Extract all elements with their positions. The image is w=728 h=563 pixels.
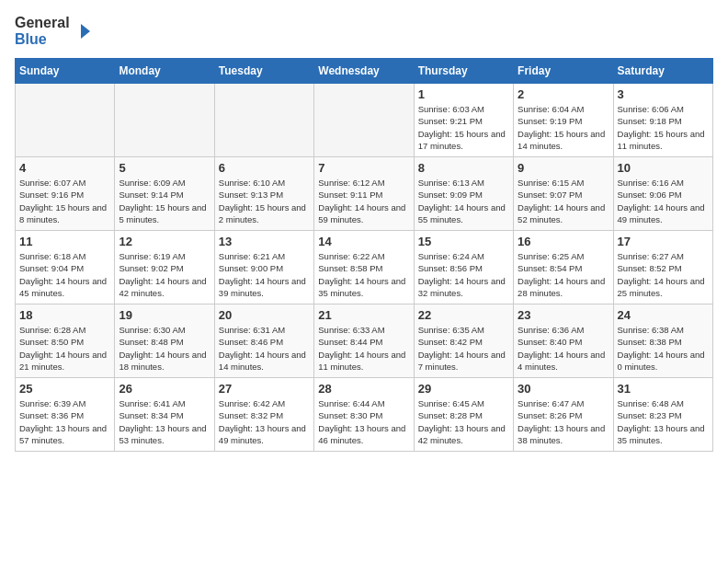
logo-blue: Blue xyxy=(15,31,47,47)
day-number: 28 xyxy=(318,382,409,396)
calendar-cell: 29Sunrise: 6:45 AMSunset: 8:28 PMDayligh… xyxy=(414,378,513,452)
day-number: 24 xyxy=(618,308,709,322)
weekday-header-monday: Monday xyxy=(115,59,214,84)
day-info: Sunrise: 6:21 AMSunset: 9:00 PMDaylight:… xyxy=(219,250,310,299)
day-number: 3 xyxy=(618,87,709,101)
calendar-cell: 16Sunrise: 6:25 AMSunset: 8:54 PMDayligh… xyxy=(514,231,613,304)
day-number: 19 xyxy=(119,308,210,322)
calendar-week-2: 4Sunrise: 6:07 AMSunset: 9:16 PMDaylight… xyxy=(16,157,713,231)
calendar-cell: 17Sunrise: 6:27 AMSunset: 8:52 PMDayligh… xyxy=(613,231,712,304)
calendar-cell: 31Sunrise: 6:48 AMSunset: 8:23 PMDayligh… xyxy=(613,378,712,452)
calendar-cell: 24Sunrise: 6:38 AMSunset: 8:38 PMDayligh… xyxy=(613,304,712,378)
day-info: Sunrise: 6:27 AMSunset: 8:52 PMDaylight:… xyxy=(618,250,709,299)
day-number: 12 xyxy=(119,235,210,248)
day-info: Sunrise: 6:35 AMSunset: 8:42 PMDaylight:… xyxy=(418,324,509,373)
calendar-cell xyxy=(214,84,313,157)
day-info: Sunrise: 6:22 AMSunset: 8:58 PMDaylight:… xyxy=(318,250,409,299)
calendar-cell: 19Sunrise: 6:30 AMSunset: 8:48 PMDayligh… xyxy=(115,304,214,378)
day-info: Sunrise: 6:24 AMSunset: 8:56 PMDaylight:… xyxy=(418,250,509,299)
calendar-cell: 7Sunrise: 6:12 AMSunset: 9:11 PMDaylight… xyxy=(314,157,414,231)
day-info: Sunrise: 6:28 AMSunset: 8:50 PMDaylight:… xyxy=(19,324,110,373)
day-info: Sunrise: 6:15 AMSunset: 9:07 PMDaylight:… xyxy=(518,177,609,225)
calendar-cell: 1Sunrise: 6:03 AMSunset: 9:21 PMDaylight… xyxy=(414,84,513,157)
calendar-cell: 11Sunrise: 6:18 AMSunset: 9:04 PMDayligh… xyxy=(16,231,115,304)
day-number: 17 xyxy=(618,235,709,248)
calendar-cell: 14Sunrise: 6:22 AMSunset: 8:58 PMDayligh… xyxy=(314,231,414,304)
day-number: 7 xyxy=(318,161,409,175)
calendar-cell: 3Sunrise: 6:06 AMSunset: 9:18 PMDaylight… xyxy=(613,84,712,157)
weekday-header-thursday: Thursday xyxy=(414,59,513,84)
calendar-cell: 25Sunrise: 6:39 AMSunset: 8:36 PMDayligh… xyxy=(16,378,115,452)
day-info: Sunrise: 6:19 AMSunset: 9:02 PMDaylight:… xyxy=(119,250,210,299)
calendar-cell: 30Sunrise: 6:47 AMSunset: 8:26 PMDayligh… xyxy=(514,378,613,452)
calendar-cell: 10Sunrise: 6:16 AMSunset: 9:06 PMDayligh… xyxy=(613,157,712,231)
calendar-cell: 20Sunrise: 6:31 AMSunset: 8:46 PMDayligh… xyxy=(214,304,313,378)
calendar-cell: 2Sunrise: 6:04 AMSunset: 9:19 PMDaylight… xyxy=(514,84,613,157)
day-number: 9 xyxy=(518,161,609,175)
calendar-cell: 22Sunrise: 6:35 AMSunset: 8:42 PMDayligh… xyxy=(414,304,513,378)
calendar-cell: 28Sunrise: 6:44 AMSunset: 8:30 PMDayligh… xyxy=(314,378,414,452)
calendar-table: SundayMondayTuesdayWednesdayThursdayFrid… xyxy=(15,58,713,452)
calendar-cell: 4Sunrise: 6:07 AMSunset: 9:16 PMDaylight… xyxy=(16,157,115,231)
day-number: 22 xyxy=(418,308,509,322)
day-info: Sunrise: 6:04 AMSunset: 9:19 PMDaylight:… xyxy=(518,103,609,152)
day-number: 16 xyxy=(518,235,609,248)
weekday-header-friday: Friday xyxy=(514,59,613,84)
day-number: 8 xyxy=(418,161,509,175)
weekday-header-sunday: Sunday xyxy=(16,59,115,84)
day-number: 27 xyxy=(219,382,310,396)
day-info: Sunrise: 6:47 AMSunset: 8:26 PMDaylight:… xyxy=(518,397,609,446)
calendar-cell: 8Sunrise: 6:13 AMSunset: 9:09 PMDaylight… xyxy=(414,157,513,231)
day-info: Sunrise: 6:12 AMSunset: 9:11 PMDaylight:… xyxy=(318,177,409,225)
day-number: 2 xyxy=(518,87,609,101)
day-info: Sunrise: 6:07 AMSunset: 9:16 PMDaylight:… xyxy=(19,177,110,225)
day-info: Sunrise: 6:31 AMSunset: 8:46 PMDaylight:… xyxy=(219,324,310,373)
calendar-cell: 6Sunrise: 6:10 AMSunset: 9:13 PMDaylight… xyxy=(214,157,313,231)
calendar-cell: 21Sunrise: 6:33 AMSunset: 8:44 PMDayligh… xyxy=(314,304,414,378)
day-number: 29 xyxy=(418,382,509,396)
day-info: Sunrise: 6:10 AMSunset: 9:13 PMDaylight:… xyxy=(219,177,310,225)
day-number: 14 xyxy=(318,235,409,248)
day-info: Sunrise: 6:18 AMSunset: 9:04 PMDaylight:… xyxy=(19,250,110,299)
day-number: 10 xyxy=(618,161,709,175)
page-header: General Blue xyxy=(15,15,713,47)
day-info: Sunrise: 6:36 AMSunset: 8:40 PMDaylight:… xyxy=(518,324,609,373)
calendar-week-1: 1Sunrise: 6:03 AMSunset: 9:21 PMDaylight… xyxy=(16,84,713,157)
calendar-cell: 23Sunrise: 6:36 AMSunset: 8:40 PMDayligh… xyxy=(514,304,613,378)
weekday-header-saturday: Saturday xyxy=(613,59,712,84)
day-number: 20 xyxy=(219,308,310,322)
day-number: 6 xyxy=(219,161,310,175)
day-info: Sunrise: 6:13 AMSunset: 9:09 PMDaylight:… xyxy=(418,177,509,225)
day-number: 5 xyxy=(119,161,210,175)
day-info: Sunrise: 6:41 AMSunset: 8:34 PMDaylight:… xyxy=(119,397,210,446)
weekday-header-row: SundayMondayTuesdayWednesdayThursdayFrid… xyxy=(16,59,713,84)
day-number: 11 xyxy=(19,235,110,248)
day-number: 13 xyxy=(219,235,310,248)
calendar-cell: 26Sunrise: 6:41 AMSunset: 8:34 PMDayligh… xyxy=(115,378,214,452)
logo-text: General Blue xyxy=(15,15,70,47)
calendar-cell xyxy=(115,84,214,157)
day-info: Sunrise: 6:16 AMSunset: 9:06 PMDaylight:… xyxy=(618,177,709,225)
day-info: Sunrise: 6:06 AMSunset: 9:18 PMDaylight:… xyxy=(618,103,709,152)
calendar-cell: 27Sunrise: 6:42 AMSunset: 8:32 PMDayligh… xyxy=(214,378,313,452)
logo-general: General xyxy=(15,15,70,30)
logo-arrow-icon xyxy=(74,22,92,40)
calendar-cell: 9Sunrise: 6:15 AMSunset: 9:07 PMDaylight… xyxy=(514,157,613,231)
calendar-cell: 5Sunrise: 6:09 AMSunset: 9:14 PMDaylight… xyxy=(115,157,214,231)
day-info: Sunrise: 6:03 AMSunset: 9:21 PMDaylight:… xyxy=(418,103,509,152)
calendar-cell: 18Sunrise: 6:28 AMSunset: 8:50 PMDayligh… xyxy=(16,304,115,378)
day-number: 25 xyxy=(19,382,110,396)
calendar-cell xyxy=(16,84,115,157)
day-info: Sunrise: 6:09 AMSunset: 9:14 PMDaylight:… xyxy=(119,177,210,225)
calendar-cell: 15Sunrise: 6:24 AMSunset: 8:56 PMDayligh… xyxy=(414,231,513,304)
calendar-week-5: 25Sunrise: 6:39 AMSunset: 8:36 PMDayligh… xyxy=(16,378,713,452)
day-number: 15 xyxy=(418,235,509,248)
day-info: Sunrise: 6:25 AMSunset: 8:54 PMDaylight:… xyxy=(518,250,609,299)
day-info: Sunrise: 6:42 AMSunset: 8:32 PMDaylight:… xyxy=(219,397,310,446)
day-info: Sunrise: 6:48 AMSunset: 8:23 PMDaylight:… xyxy=(618,397,709,446)
calendar-cell xyxy=(314,84,414,157)
day-number: 4 xyxy=(19,161,110,175)
weekday-header-wednesday: Wednesday xyxy=(314,59,414,84)
day-number: 21 xyxy=(318,308,409,322)
day-number: 18 xyxy=(19,308,110,322)
